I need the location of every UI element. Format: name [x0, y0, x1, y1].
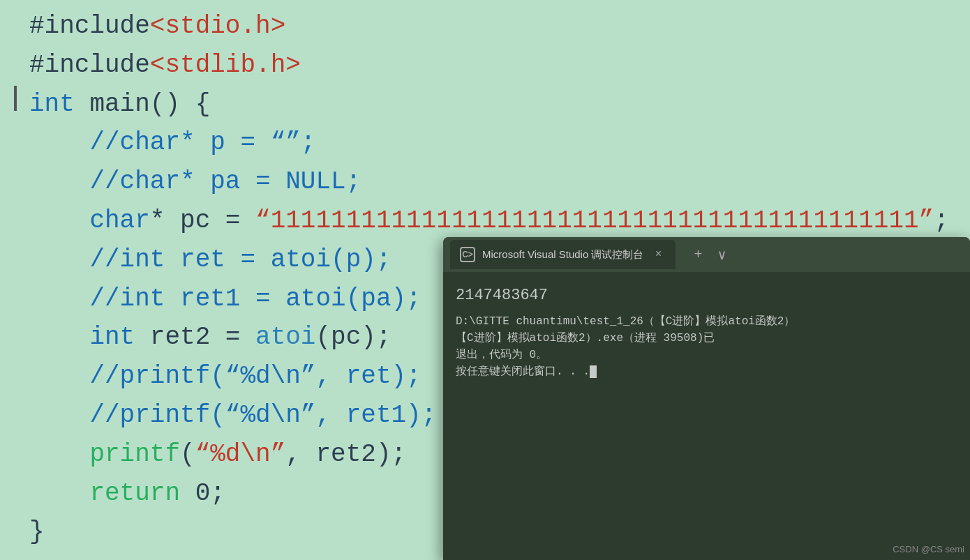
terminal-path-1: D:\GITTE chuantimu\test_1_26（【C进阶】模拟atoi…	[456, 313, 957, 380]
code-text: (	[180, 435, 195, 474]
code-text: main() {	[75, 85, 210, 124]
code-text: 0;	[180, 474, 225, 513]
code-line-1: #include<stdio.h>	[14, 7, 956, 46]
code-text: #include	[29, 46, 150, 85]
code-text: }	[29, 513, 45, 552]
watermark: CSDN @CS semi	[893, 544, 964, 554]
code-text: “%d\n”	[195, 435, 286, 474]
terminal-title: Microsoft Visual Studio 调试控制台	[482, 248, 643, 262]
line-indicator-3	[14, 86, 22, 111]
line-indicator-13	[14, 475, 22, 500]
output-number: 2147483647	[456, 283, 957, 308]
code-text: //int ret1 = atoi(pa);	[29, 280, 421, 319]
code-text: //printf(“%d\n”, ret1);	[29, 396, 436, 435]
code-editor: #include<stdio.h> #include<stdlib.h> int…	[0, 0, 970, 560]
code-line-6: char* pc = “1111111111111111111111111111…	[14, 202, 956, 241]
terminal-window: C> Microsoft Visual Studio 调试控制台 × + ∨ 2…	[443, 237, 970, 560]
code-text: (pc);	[315, 318, 391, 357]
line-indicator-14	[14, 513, 22, 538]
code-text: <stdio.h>	[150, 7, 285, 46]
code-text: //char* p = “”;	[29, 123, 315, 162]
code-text: //char* pa = NULL;	[29, 162, 361, 202]
line-indicator-4	[14, 124, 22, 149]
terminal-titlebar: C> Microsoft Visual Studio 调试控制台 × + ∨	[443, 237, 970, 272]
code-text: ret2 =	[135, 318, 255, 357]
code-text: //int ret = atoi(p);	[29, 241, 391, 280]
terminal-tab[interactable]: C> Microsoft Visual Studio 调试控制台 ×	[450, 240, 676, 269]
code-text: //printf(“%d\n”, ret);	[29, 357, 421, 396]
line-indicator-8	[14, 280, 22, 305]
line-indicator-10	[14, 358, 22, 383]
line-indicator-9	[14, 319, 22, 344]
code-line-3: int main() {	[14, 85, 956, 124]
code-line-5: //char* pa = NULL;	[14, 162, 956, 202]
code-line-4: //char* p = “”;	[14, 123, 956, 162]
line-indicator-5	[14, 163, 22, 188]
code-text: printf	[29, 435, 180, 474]
code-text: , ret2);	[285, 435, 406, 474]
line-indicator-6	[14, 202, 22, 227]
line-indicator-11	[14, 397, 22, 422]
code-text: int	[29, 318, 135, 357]
terminal-actions: + ∨	[688, 245, 731, 264]
close-button[interactable]: ×	[650, 247, 666, 262]
code-text: ;	[934, 202, 949, 241]
terminal-body: 2147483647 D:\GITTE chuantimu\test_1_26（…	[443, 272, 970, 560]
code-line-2: #include<stdlib.h>	[14, 46, 956, 85]
code-text: char	[29, 202, 150, 241]
code-text: atoi	[255, 318, 315, 357]
code-text: int	[29, 85, 75, 124]
line-indicator-12	[14, 436, 22, 461]
code-text: “111111111111111111111111111111111111111…	[255, 202, 934, 241]
code-text: <stdlib.h>	[150, 46, 301, 85]
add-tab-button[interactable]: +	[688, 245, 708, 264]
line-indicator-7	[14, 241, 22, 266]
code-text: return	[29, 474, 180, 513]
code-text: #include	[29, 7, 150, 46]
terminal-cursor	[590, 365, 597, 378]
terminal-icon: C>	[460, 247, 475, 262]
chevron-down-button[interactable]: ∨	[712, 245, 731, 264]
code-text: * pc =	[150, 202, 255, 241]
